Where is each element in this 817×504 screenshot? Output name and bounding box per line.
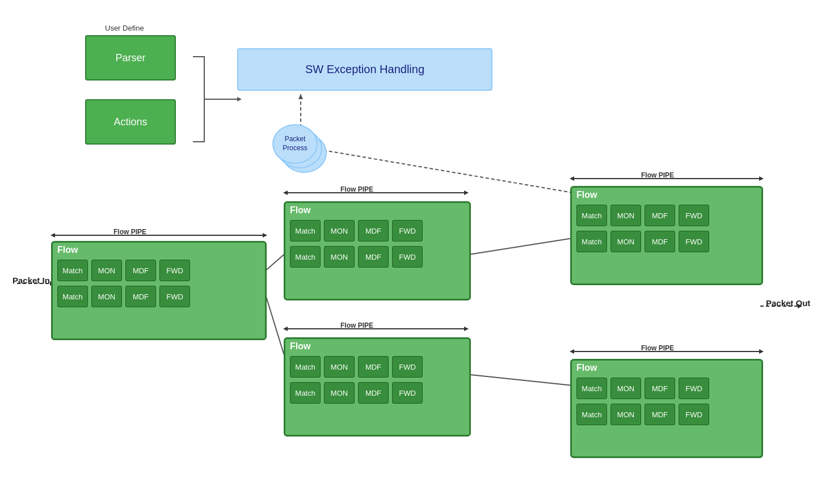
cell-fwd-l1: FWD	[159, 260, 190, 281]
flow-label-bot-right: Flow	[572, 361, 761, 375]
flow-label-mid-top: Flow	[285, 203, 469, 218]
user-define-label: User Define	[105, 24, 144, 32]
flow-pipe-label-mid-top: Flow PIPE	[340, 185, 373, 193]
cell-mdf-tr2: MDF	[645, 231, 675, 252]
svg-marker-32	[759, 349, 764, 354]
cell-match-l1: Match	[57, 260, 88, 281]
cell-match-mb1: Match	[290, 356, 321, 378]
cell-mon-br1: MON	[610, 378, 641, 399]
actions-box: Actions	[85, 99, 176, 145]
cell-mon-tr2: MON	[610, 231, 641, 252]
flow-label-left: Flow	[53, 243, 265, 257]
cell-fwd-br2: FWD	[679, 404, 709, 425]
svg-marker-3	[298, 94, 303, 99]
cell-match-mt1: Match	[290, 220, 321, 242]
flow-row-mb-2: Match MON MDF FWD	[285, 380, 469, 406]
cell-fwd-mt1: FWD	[392, 220, 423, 242]
flow-container-bot-right: Flow Match MON MDF FWD Match MON MDF FWD	[570, 359, 763, 458]
flow-row-left-2: Match MON MDF FWD	[53, 283, 265, 310]
svg-line-14	[465, 374, 573, 386]
parser-label: Parser	[115, 52, 145, 64]
cell-match-mt2: Match	[290, 246, 321, 268]
svg-marker-19	[50, 233, 55, 238]
cell-match-mb2: Match	[290, 382, 321, 404]
svg-line-10	[264, 289, 287, 363]
packet-process-group: PacketProcess	[270, 122, 332, 179]
flow-pipe-label-left: Flow PIPE	[113, 228, 146, 236]
cell-fwd-br1: FWD	[679, 378, 709, 399]
svg-line-12	[465, 238, 573, 255]
flow-pipe-label-top-right: Flow PIPE	[641, 171, 674, 179]
cell-mon-l2: MON	[91, 286, 122, 307]
pp-circle-1: PacketProcess	[272, 124, 318, 164]
flow-pipe-label-mid-bot: Flow PIPE	[340, 321, 373, 329]
cell-mdf-br1: MDF	[645, 378, 675, 399]
cell-mon-mt2: MON	[324, 246, 355, 268]
cell-mon-mt1: MON	[324, 220, 355, 242]
flow-pipe-label-bot-right: Flow PIPE	[641, 344, 674, 352]
flow-label-top-right: Flow	[572, 188, 761, 202]
parser-box: Parser	[85, 35, 176, 81]
svg-marker-1	[237, 97, 242, 101]
svg-marker-31	[570, 349, 574, 354]
svg-line-8	[264, 252, 287, 272]
cell-match-br1: Match	[576, 378, 607, 399]
cell-mdf-br2: MDF	[645, 404, 675, 425]
diagram-container: User Define Parser Actions SW Exception …	[0, 0, 817, 504]
cell-fwd-mb1: FWD	[392, 356, 423, 378]
flow-label-mid-bot: Flow	[285, 339, 469, 354]
cell-mdf-l2: MDF	[125, 286, 156, 307]
cell-fwd-l2: FWD	[159, 286, 190, 307]
cell-match-tr2: Match	[576, 231, 607, 252]
cell-mdf-mb1: MDF	[358, 356, 389, 378]
cell-mdf-mt2: MDF	[358, 246, 389, 268]
cell-match-br2: Match	[576, 404, 607, 425]
sw-exception-box: SW Exception Handling	[237, 48, 492, 91]
svg-marker-20	[263, 233, 267, 238]
cell-mdf-mb2: MDF	[358, 382, 389, 404]
cell-fwd-tr1: FWD	[679, 205, 709, 226]
cell-mdf-tr1: MDF	[645, 205, 675, 226]
flow-row-mb-1: Match MON MDF FWD	[285, 354, 469, 380]
svg-marker-29	[464, 327, 469, 331]
flow-row-mid-top-1: Match MON MDF FWD	[285, 218, 469, 244]
cell-mon-mb2: MON	[324, 382, 355, 404]
cell-match-l2: Match	[57, 286, 88, 307]
packet-in-label: Packet In	[12, 276, 50, 285]
cell-fwd-mt2: FWD	[392, 246, 423, 268]
flow-container-left: Flow Match MON MDF FWD Match MON MDF FWD	[51, 241, 267, 340]
flow-container-top-right: Flow Match MON MDF FWD Match MON MDF FWD	[570, 186, 763, 285]
flow-row-left-1: Match MON MDF FWD	[53, 257, 265, 283]
cell-mon-br2: MON	[610, 404, 641, 425]
cell-mon-l1: MON	[91, 260, 122, 281]
cell-fwd-tr2: FWD	[679, 231, 709, 252]
flow-container-mid-bot: Flow Match MON MDF FWD Match MON MDF FWD	[284, 337, 471, 437]
svg-marker-25	[570, 176, 574, 181]
flow-row-br-2: Match MON MDF FWD	[572, 401, 761, 427]
flow-container-mid-top: Flow Match MON MDF FWD Match MON MDF FWD	[284, 201, 471, 300]
flow-row-tr-1: Match MON MDF FWD	[572, 202, 761, 228]
svg-marker-28	[283, 327, 288, 331]
cell-fwd-mb2: FWD	[392, 382, 423, 404]
cell-mon-mb1: MON	[324, 356, 355, 378]
svg-marker-22	[283, 190, 288, 195]
flow-row-mid-top-2: Match MON MDF FWD	[285, 244, 469, 270]
sw-exception-label: SW Exception Handling	[305, 63, 424, 76]
packet-process-label: PacketProcess	[283, 135, 307, 153]
flow-row-tr-2: Match MON MDF FWD	[572, 228, 761, 255]
cell-mon-tr1: MON	[610, 205, 641, 226]
svg-marker-26	[759, 176, 764, 181]
cell-mdf-mt1: MDF	[358, 220, 389, 242]
flow-row-br-1: Match MON MDF FWD	[572, 375, 761, 401]
cell-match-tr1: Match	[576, 205, 607, 226]
packet-out-label: Packet Out	[766, 298, 810, 308]
svg-marker-23	[464, 190, 469, 195]
cell-mdf-l1: MDF	[125, 260, 156, 281]
actions-label: Actions	[113, 116, 147, 128]
